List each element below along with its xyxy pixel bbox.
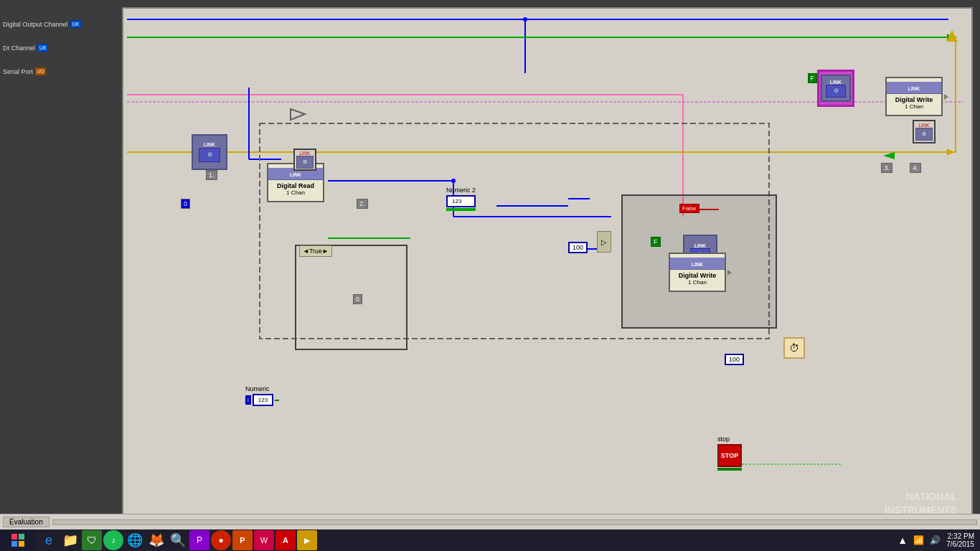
stop-section: stop STOP (717, 435, 742, 471)
constant-100-left: 100 (568, 242, 588, 253)
link-box-top-right: LINK ⚙ (913, 120, 936, 143)
numeric-block: Numeric i 123 (245, 385, 279, 406)
taskbar-yellow-app[interactable]: ▶ (297, 530, 317, 550)
taskbar-adobe[interactable]: A (275, 530, 296, 550)
svg-rect-29 (19, 534, 24, 540)
label-4: 4. (910, 163, 921, 173)
svg-rect-31 (19, 541, 24, 547)
digital-read-label: Digital Read (277, 182, 314, 189)
port-serial: Serial Port I/O (3, 67, 119, 75)
taskbar-app-red[interactable]: W (254, 530, 274, 550)
digital-write-label-2: Digital Write (895, 96, 933, 103)
taskbar-explorer[interactable]: 📁 (60, 530, 80, 550)
status-bar: Evaluation (0, 514, 980, 529)
taskbar-spotify[interactable]: ♪ (103, 530, 123, 550)
daq-block-top-right: LINK ⚙ (817, 70, 857, 109)
digital-write-label-1: Digital Write (679, 272, 716, 279)
port-labels-panel: Digital Output Channel U8 DI Channel U8 … (0, 0, 122, 551)
top-arrow-indicator (945, 29, 959, 44)
constant-zero-1: 0 (181, 199, 190, 209)
f-constant: F (651, 237, 661, 247)
taskbar-right-section: ▲ 📶 🔊 2:32 PM 7/6/2015 (892, 532, 980, 548)
taskbar-ie[interactable]: e (39, 530, 59, 550)
svg-rect-28 (11, 534, 17, 540)
port-di-channel: DI Channel U8 (3, 44, 119, 52)
diagram-area: 1. 0 LINK ⚙ LINK Digital Read (122, 7, 973, 544)
right-arrow-indicator (882, 149, 896, 164)
digital-read-sub: 1 Chan (286, 189, 305, 196)
taskbar-purple-app[interactable]: P (189, 530, 209, 550)
taskbar-expand[interactable]: ▲ (897, 534, 908, 546)
arrow-indicator (287, 105, 308, 125)
evaluation-tab[interactable]: Evaluation (3, 517, 50, 527)
daq-block-1: LINK ⚙ (192, 134, 231, 174)
port-serial-label: Serial Port (3, 68, 33, 75)
taskbar: e 📁 🛡 ♪ 🌐 🦊 🔍 P ● P W A ▶ (0, 529, 980, 551)
block-diagram-canvas: Digital Output Channel U8 DI Channel U8 … (0, 0, 980, 551)
label-2: 2. (357, 199, 368, 209)
port-di-label: DI Channel (3, 44, 35, 52)
constant-100-right: 100 (725, 354, 744, 365)
clock: 2:32 PM 7/6/2015 (946, 532, 974, 548)
svg-rect-30 (11, 541, 17, 547)
taskbar-powerpoint[interactable]: P (232, 530, 253, 550)
port-di-box: U8 (37, 44, 48, 52)
comparator-block: ▷ (597, 231, 611, 253)
port-digital-output-box: U8 (70, 20, 81, 28)
stop-label: stop (717, 435, 742, 443)
svg-point-19 (451, 179, 456, 183)
svg-marker-27 (946, 30, 958, 42)
digital-write-block-2: LINK Digital Write 1 Chan (885, 77, 943, 116)
false-constant: False (679, 204, 699, 213)
link-box-1: LINK ⚙ (293, 149, 316, 171)
taskbar-apps: e 📁 🛡 ♪ 🌐 🦊 🔍 P ● P W A ▶ (36, 530, 892, 550)
f-constant-top: F (808, 73, 818, 83)
wait-icon: ⏱ (783, 337, 805, 359)
svg-marker-24 (947, 149, 954, 156)
digital-write-sub-1: 1 Chan (688, 279, 707, 286)
svg-rect-21 (296, 245, 407, 349)
numeric-label: Numeric (245, 385, 279, 392)
svg-point-18 (523, 17, 527, 22)
svg-marker-26 (883, 152, 895, 159)
port-digital-output: Digital Output Channel U8 (3, 20, 119, 28)
taskbar-security[interactable]: 🛡 (82, 530, 102, 550)
case-selector: ◄True► (299, 245, 332, 257)
taskbar-search[interactable]: 🔍 (168, 530, 188, 550)
taskbar-browser2[interactable]: 🌐 (125, 530, 145, 550)
label-3: 3. (881, 163, 892, 173)
taskbar-red-app[interactable]: ● (211, 530, 231, 550)
digital-write-block-1: LINK Digital Write 1 Chan (669, 253, 726, 292)
numeric2-block: Numeric 2 123 (446, 187, 476, 211)
volume-icon: 🔊 (930, 535, 941, 545)
constant-zero-2: 0 (353, 294, 362, 304)
port-serial-box: I/O (35, 67, 46, 75)
port-digital-output-label: Digital Output Channel (3, 21, 68, 28)
stop-button[interactable]: STOP (717, 444, 742, 467)
svg-marker-25 (291, 109, 305, 120)
network-icon: 📶 (913, 535, 924, 545)
start-button[interactable] (0, 529, 36, 551)
scroll-area[interactable] (52, 519, 977, 525)
taskbar-firefox[interactable]: 🦊 (146, 530, 166, 550)
digital-write-sub-2: 1 Chan (905, 103, 923, 110)
